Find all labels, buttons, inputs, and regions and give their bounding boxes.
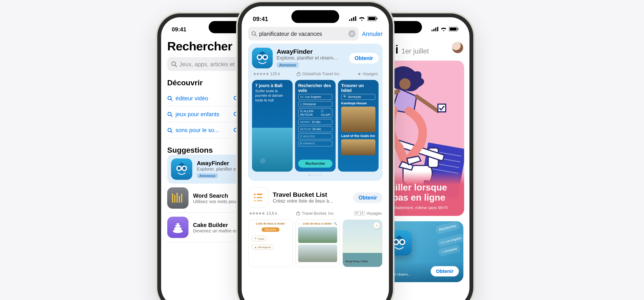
svg-rect-61 <box>437 27 438 31</box>
cancel-button[interactable]: Annuler <box>362 30 382 37</box>
developer-icon <box>296 72 300 76</box>
promo-tile: Rechercher <box>435 221 460 235</box>
search-cta: Rechercher <box>298 160 332 168</box>
developer-icon <box>296 211 300 215</box>
status-time: 09:41 <box>172 26 186 32</box>
svg-line-43 <box>255 35 256 36</box>
rating-count: 13,8 k <box>266 211 277 216</box>
app-metadata: ★★★★★ 13,8 k Travel Bucket, Inc. N° 14 V… <box>248 211 382 216</box>
screenshot-list: Liste de lieux à visiter Parcourir ☀ Sol… <box>248 219 293 267</box>
discover-item[interactable]: jeux pour enfants <box>167 106 230 122</box>
svg-point-81 <box>394 240 398 244</box>
discover-label: sons pour le so... <box>176 127 219 133</box>
svg-line-19 <box>171 131 172 133</box>
search-icon <box>167 127 173 133</box>
svg-point-49 <box>298 72 299 73</box>
shot-title: Trouver un hôtel <box>341 83 376 93</box>
discover-label: éditeur vidéo <box>176 95 208 101</box>
get-button[interactable]: Obtenir <box>431 266 459 276</box>
svg-rect-60 <box>435 28 436 31</box>
screenshot-bali: 7 jours à Bali Surfer toute la journée e… <box>252 80 293 171</box>
page-dots: ●○○○○ <box>252 173 378 177</box>
app-icon-cakebuilder <box>167 217 188 238</box>
app-name: Travel Bucket List <box>273 191 349 198</box>
notch <box>291 10 339 23</box>
svg-rect-37 <box>353 17 354 21</box>
svg-point-25 <box>183 167 186 170</box>
search-query: planificateur de vacances <box>259 31 346 37</box>
rating-count: 125 k <box>270 72 280 76</box>
discover-label: jeux pour enfants <box>176 111 219 117</box>
screenshot-gallery: ←Liste de lieux à visiter🔍 <box>295 219 340 267</box>
developer-name: GlobalHub Travel Inc. <box>302 72 340 76</box>
app-icon-wordsearch <box>167 187 188 209</box>
ad-badge: Annonce <box>197 173 218 178</box>
page-title: Rechercher <box>167 39 232 54</box>
clear-icon[interactable]: ✕ <box>348 30 356 37</box>
app-icon-bucketlist <box>248 187 269 208</box>
search-result[interactable]: Travel Bucket List Créez votre liste de … <box>248 187 382 267</box>
svg-rect-51 <box>257 194 262 195</box>
app-icon-awayfinder <box>252 48 273 69</box>
search-icon <box>167 95 173 101</box>
svg-rect-35 <box>349 20 350 21</box>
svg-point-46 <box>258 56 261 59</box>
search-icon <box>251 31 257 37</box>
search-input[interactable]: planificateur de vacances ✕ <box>248 27 359 41</box>
svg-rect-64 <box>458 28 458 30</box>
shot-title: Rechercher des vols <box>298 83 332 93</box>
app-metadata: ★★★★★ 125 k GlobalHub Travel Inc. Voyage… <box>252 72 378 76</box>
signal-icon <box>432 27 438 31</box>
promo-tile: DE Los Angeles <box>437 233 464 248</box>
svg-rect-55 <box>257 200 262 201</box>
status-time: 09:41 <box>253 15 268 22</box>
rank-badge: N° 14 <box>354 211 365 216</box>
wifi-icon <box>440 27 446 31</box>
svg-line-8 <box>175 65 177 67</box>
signal-icon <box>349 16 356 21</box>
app-subtitle: Créez votre liste de lieux à... <box>273 198 336 204</box>
svg-point-34 <box>176 223 180 225</box>
get-button[interactable]: Obtenir <box>349 53 378 63</box>
svg-point-52 <box>254 197 256 198</box>
svg-rect-36 <box>351 18 352 21</box>
category: Voyages <box>362 72 378 76</box>
svg-point-24 <box>178 167 181 170</box>
svg-rect-63 <box>450 28 456 31</box>
screenshot-hotel: Trouver un hôtel 🔍 Seminyak Kamboja Hous… <box>338 80 378 171</box>
screenshot-city: + Hong Kong, ChineActivités <box>342 219 382 267</box>
app-icon-awayfinder <box>171 159 192 180</box>
developer-name: Travel Bucket, Inc. <box>302 211 335 216</box>
svg-rect-41 <box>376 18 378 19</box>
battery-icon <box>449 27 459 31</box>
wifi-icon <box>359 16 365 21</box>
screenshot-flights: Rechercher des vols DELos Angeles ÀDenpa… <box>295 80 336 171</box>
svg-point-50 <box>254 193 256 195</box>
add-icon: + <box>374 222 380 229</box>
svg-rect-77 <box>438 104 446 112</box>
svg-point-54 <box>254 200 256 201</box>
svg-rect-40 <box>368 17 376 20</box>
discover-item[interactable]: éditeur vidéo <box>167 90 230 106</box>
ad-badge: Annonce <box>276 63 298 68</box>
discover-item[interactable]: sons pour le so... <box>167 122 230 138</box>
phone-results: 09:41 planificateur de vacances ✕ Annule… <box>238 2 393 300</box>
app-name: AwayFinder <box>276 48 345 55</box>
svg-point-76 <box>399 78 411 90</box>
svg-point-82 <box>400 240 404 244</box>
plane-icon <box>357 72 361 76</box>
search-result-ad[interactable]: AwayFinder Explorer, planifier et réserv… <box>248 44 382 181</box>
today-date: 1er juillet <box>402 47 429 55</box>
get-button[interactable]: Obtenir <box>353 192 382 203</box>
svg-point-32 <box>174 227 182 230</box>
star-icon: ★★★★★ <box>249 211 265 216</box>
svg-rect-38 <box>355 16 356 21</box>
search-icon <box>171 61 177 67</box>
avatar[interactable] <box>452 42 463 54</box>
app-subtitle: Explorer, planifier et réserver... <box>276 55 340 61</box>
svg-point-57 <box>298 212 299 213</box>
category: Voyages <box>366 211 382 216</box>
search-icon <box>167 112 173 117</box>
battery-icon <box>368 16 378 21</box>
star-icon: ★★★★★ <box>253 72 269 76</box>
